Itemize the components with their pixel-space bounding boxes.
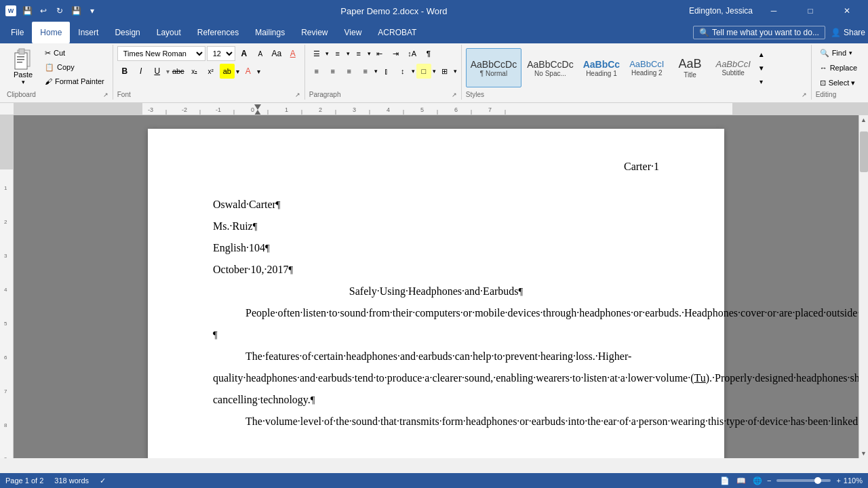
- font-name-select[interactable]: Times New Roman: [117, 46, 205, 61]
- align-right-button[interactable]: ≡: [342, 64, 357, 79]
- menu-mailings[interactable]: Mailings: [247, 22, 293, 43]
- svg-text:1: 1: [4, 185, 7, 191]
- copy-button[interactable]: 📋 Copy: [41, 60, 108, 74]
- menu-view[interactable]: View: [336, 22, 370, 43]
- undo-button[interactable]: ↩: [37, 4, 50, 18]
- subscript-button[interactable]: x₂: [187, 64, 202, 79]
- replace-button[interactable]: ↔ Replace: [816, 61, 861, 75]
- vertical-ruler: 1 2 3 4 5 6 7 8 9: [0, 115, 14, 458]
- sort-button[interactable]: ↕A: [405, 46, 420, 61]
- maximize-button[interactable]: □: [795, 0, 826, 22]
- customize-qat-button[interactable]: ▾: [85, 4, 99, 18]
- view-print-layout[interactable]: 📄: [718, 474, 732, 487]
- superscript-button[interactable]: x²: [203, 64, 218, 79]
- bullets-dropdown[interactable]: ▾: [326, 50, 329, 57]
- justify-dropdown[interactable]: ▾: [374, 68, 378, 75]
- cut-button[interactable]: ✂ Cut: [41, 46, 108, 60]
- close-button[interactable]: ✕: [831, 0, 863, 22]
- font-expand[interactable]: ↗: [295, 92, 300, 98]
- scroll-up-button[interactable]: ▲: [859, 115, 869, 125]
- menu-home[interactable]: Home: [32, 22, 70, 43]
- zoom-thumb[interactable]: [814, 477, 821, 484]
- scroll-track[interactable]: [859, 125, 868, 449]
- local-save-button[interactable]: 💾: [69, 4, 83, 18]
- underline-dropdown[interactable]: ▾: [166, 68, 170, 75]
- scroll-thumb[interactable]: [860, 131, 868, 172]
- style-title[interactable]: AaB Title: [669, 48, 710, 87]
- zoom-in-icon[interactable]: +: [836, 476, 840, 485]
- doc-scroll[interactable]: Carter·1 Oswald·Carter¶ Ms.·Ruiz¶ Englis…: [14, 115, 859, 458]
- clear-formatting-button[interactable]: A: [285, 46, 300, 61]
- style-no-spacing[interactable]: AaBbCcDc No Spac...: [523, 48, 577, 87]
- font-color-dropdown[interactable]: ▾: [257, 68, 260, 75]
- view-read-mode[interactable]: 📖: [734, 474, 748, 487]
- find-button[interactable]: 🔍 Find ▾: [816, 46, 861, 60]
- menu-file[interactable]: File: [3, 22, 32, 43]
- borders-button[interactable]: ⊞: [437, 64, 452, 79]
- menu-layout[interactable]: Layout: [149, 22, 189, 43]
- shrink-font-button[interactable]: A: [253, 46, 268, 61]
- view-web-layout[interactable]: 🌐: [751, 474, 764, 487]
- decrease-indent-button[interactable]: ⇤: [372, 46, 387, 61]
- bold-button[interactable]: B: [117, 64, 132, 79]
- numbering-button[interactable]: ≡: [330, 46, 345, 61]
- show-marks-button[interactable]: ¶: [421, 46, 436, 61]
- borders-dropdown[interactable]: ▾: [454, 68, 457, 75]
- paragraph-expand[interactable]: ↗: [452, 92, 457, 98]
- vertical-scrollbar[interactable]: ▲ ▼: [859, 115, 868, 458]
- multilevel-dropdown[interactable]: ▾: [368, 50, 371, 57]
- scroll-down-button[interactable]: ▼: [859, 449, 869, 458]
- find-dropdown[interactable]: ▾: [849, 49, 852, 56]
- minimize-button[interactable]: ─: [758, 0, 789, 22]
- zoom-slider[interactable]: [776, 479, 831, 482]
- spacing-dropdown[interactable]: ▾: [412, 68, 415, 75]
- share-button[interactable]: 👤 Share: [831, 28, 865, 37]
- font-size-select[interactable]: 12: [207, 46, 235, 61]
- style-heading2-label: Heading 2: [631, 69, 663, 77]
- styles-scroll-up[interactable]: ▲: [756, 48, 767, 60]
- grow-font-button[interactable]: A: [237, 46, 252, 61]
- style-subtitle[interactable]: AaBbCcI Subtitle: [711, 48, 754, 87]
- menu-insert[interactable]: Insert: [70, 22, 106, 43]
- columns-button[interactable]: ⫿: [379, 64, 394, 79]
- justify-button[interactable]: ≡: [358, 64, 373, 79]
- highlight-dropdown[interactable]: ▾: [236, 68, 239, 75]
- document-page[interactable]: Carter·1 Oswald·Carter¶ Ms.·Ruiz¶ Englis…: [148, 129, 724, 458]
- styles-scroll-down[interactable]: ▼: [756, 62, 767, 74]
- font-color-button[interactable]: A: [241, 64, 256, 79]
- menu-review[interactable]: Review: [293, 22, 336, 43]
- zoom-out-icon[interactable]: −: [767, 476, 771, 485]
- strikethrough-button[interactable]: abc: [171, 64, 186, 79]
- bullets-button[interactable]: ☰: [309, 46, 324, 61]
- paste-dropdown[interactable]: ▾: [22, 79, 25, 85]
- menu-references[interactable]: References: [189, 22, 247, 43]
- italic-button[interactable]: I: [134, 64, 149, 79]
- style-heading1[interactable]: AaBbCc Heading 1: [579, 48, 624, 87]
- paste-button[interactable]: Paste ▾: [7, 46, 39, 88]
- styles-expand-button[interactable]: ▾: [756, 75, 767, 87]
- line-spacing-button[interactable]: ↕: [395, 64, 410, 79]
- style-heading2[interactable]: AaBbCcI Heading 2: [625, 48, 668, 87]
- save-qat-button[interactable]: 💾: [20, 4, 34, 18]
- align-left-button[interactable]: ≡: [309, 64, 324, 79]
- find-icon: 🔍: [820, 49, 829, 58]
- menu-acrobat[interactable]: ACROBAT: [370, 22, 425, 43]
- align-center-button[interactable]: ≡: [326, 64, 340, 79]
- menu-design[interactable]: Design: [106, 22, 148, 43]
- redo-button[interactable]: ↻: [53, 4, 66, 18]
- tell-me-input[interactable]: 🔍 Tell me what you want to do...: [693, 26, 825, 39]
- numbering-dropdown[interactable]: ▾: [347, 50, 350, 57]
- style-normal[interactable]: AaBbCcDc ¶ Normal: [466, 48, 521, 87]
- clipboard-expand[interactable]: ↗: [103, 92, 108, 98]
- multilevel-button[interactable]: ≡: [351, 46, 366, 61]
- select-button[interactable]: ⊡ Select ▾: [816, 76, 861, 89]
- styles-expand-icon[interactable]: ↗: [802, 92, 807, 98]
- underline-button[interactable]: U: [150, 64, 165, 79]
- style-heading1-preview: AaBbCc: [583, 59, 620, 70]
- format-painter-button[interactable]: 🖌 Format Painter: [41, 75, 108, 88]
- change-case-button[interactable]: Aа: [269, 46, 284, 61]
- highlight-button[interactable]: ab: [220, 64, 235, 79]
- shading-button[interactable]: □: [416, 64, 431, 79]
- shading-dropdown[interactable]: ▾: [433, 68, 436, 75]
- increase-indent-button[interactable]: ⇥: [389, 46, 403, 61]
